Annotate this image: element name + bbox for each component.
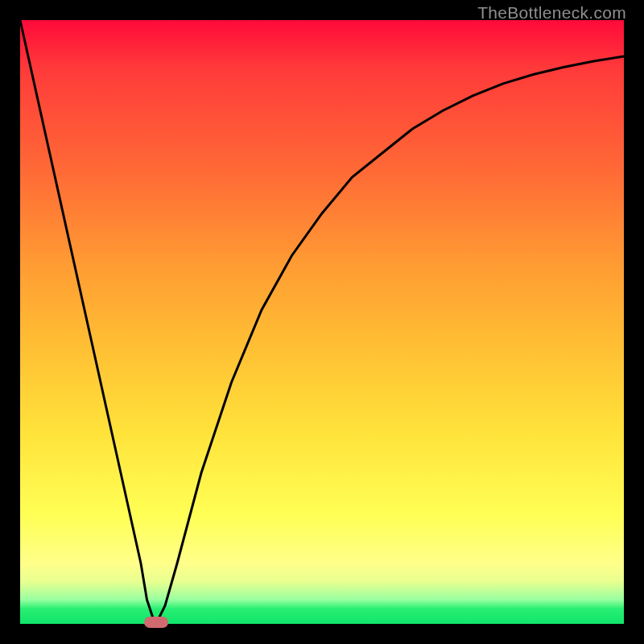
bottleneck-curve [20, 20, 624, 624]
chart-frame [20, 20, 624, 624]
optimum-marker [144, 617, 169, 628]
watermark-text: TheBottleneck.com [477, 3, 626, 23]
curve-path [20, 20, 624, 618]
